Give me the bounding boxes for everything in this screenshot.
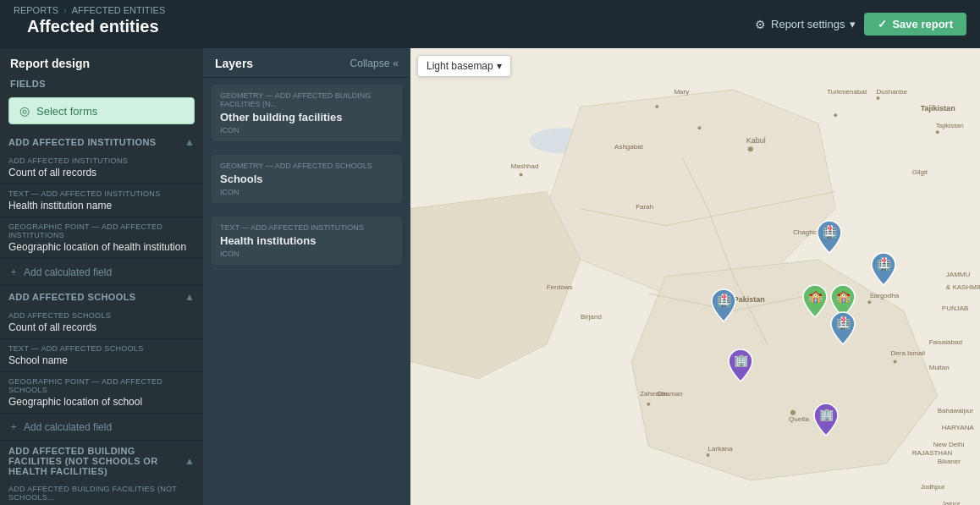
report-settings-button[interactable]: ⚙ Report settings ▾ <box>755 18 856 31</box>
svg-point-6 <box>655 105 658 108</box>
svg-text:Jaipur: Jaipur <box>942 500 961 505</box>
layer-other-building[interactable]: GEOMETRY — ADD AFFECTED BUILDING FACILIT… <box>212 85 402 141</box>
svg-text:Faisalabad: Faisalabad <box>929 338 962 346</box>
field-schools-count[interactable]: ADD AFFECTED SCHOOLS Count of all record… <box>0 306 203 339</box>
field-building-count[interactable]: ADD AFFECTED BUILDING FACILITIES (NOT SC… <box>0 480 203 505</box>
field-type: ADD AFFECTED BUILDING FACILITIES (NOT SC… <box>8 485 195 502</box>
left-panel: Report design Fields ◎ Select forms Add … <box>0 48 203 505</box>
forms-icon: ◎ <box>19 104 30 118</box>
check-icon: ✓ <box>878 18 887 30</box>
middle-panel: Layers Collapse « GEOMETRY — ADD AFFECTE… <box>203 48 410 505</box>
layer-name: Health institutions <box>220 234 394 247</box>
fields-label: Fields <box>0 75 203 94</box>
layer-type: ICON <box>220 126 394 134</box>
field-name: Count of all records <box>8 321 195 333</box>
svg-point-4 <box>520 173 523 176</box>
topbar-right: ⚙ Report settings ▾ ✓ Save report <box>755 13 966 36</box>
svg-text:PUNJAB: PUNJAB <box>942 305 969 312</box>
field-schools-location[interactable]: GEOGRAPHIC POINT — ADD AFFECTED SCHOOLS … <box>0 372 203 414</box>
layer-name: Schools <box>220 173 394 185</box>
svg-point-8 <box>876 96 879 100</box>
report-settings-label: Report settings <box>771 18 845 30</box>
layer-geo: GEOMETRY — ADD AFFECTED SCHOOLS <box>220 162 394 170</box>
field-name: Geographic location of health institutio… <box>8 241 195 253</box>
collapse-label: Collapse <box>350 58 390 69</box>
svg-text:Chaman: Chaman <box>657 390 682 398</box>
svg-text:Tajikistan: Tajikistan <box>921 104 955 113</box>
plus-icon: ＋ <box>8 420 19 434</box>
collapse-button[interactable]: Collapse « <box>350 58 399 69</box>
save-report-label: Save report <box>892 18 953 30</box>
add-calc-field-institutions[interactable]: ＋ Add calculated field <box>0 259 203 286</box>
layer-schools[interactable]: GEOMETRY — ADD AFFECTED SCHOOLS Schools … <box>212 155 402 203</box>
chevron-down-icon: ▾ <box>497 60 502 72</box>
basemap-label: Light basemap <box>427 60 493 72</box>
section-building-label: Add affected building facilities (not sc… <box>8 446 184 476</box>
svg-text:Bikaner: Bikaner <box>938 458 961 465</box>
basemap-button[interactable]: Light basemap ▾ <box>417 55 511 77</box>
svg-text:Jodhpur: Jodhpur <box>921 483 945 491</box>
svg-text:Ashgabat: Ashgabat <box>614 143 644 151</box>
field-name: School name <box>8 354 195 366</box>
svg-point-7 <box>834 113 837 117</box>
field-institutions-count[interactable]: ADD AFFECTED INSTITUTIONS Count of all r… <box>0 151 203 184</box>
map-area[interactable]: Light basemap ▾ <box>410 48 980 505</box>
breadcrumb-affected-entities[interactable]: AFFECTED ENTITIES <box>72 5 166 15</box>
gear-icon: ⚙ <box>755 18 766 31</box>
field-institutions-location[interactable]: GEOGRAPHIC POINT — ADD AFFECTED INSTITUT… <box>0 217 203 259</box>
save-report-button[interactable]: ✓ Save report <box>864 13 966 36</box>
svg-text:Birjand: Birjand <box>581 313 602 321</box>
layers-label: Layers <box>215 57 253 70</box>
svg-text:& KASHMIR: & KASHMIR <box>946 283 980 291</box>
field-schools-name[interactable]: TEXT — ADD AFFECTED SCHOOLS School name <box>0 339 203 372</box>
svg-text:RAJASTHAN: RAJASTHAN <box>912 449 953 457</box>
svg-text:JAMMU: JAMMU <box>946 271 971 278</box>
add-calc-field-schools[interactable]: ＋ Add calculated field <box>0 414 203 441</box>
breadcrumb-sep: › <box>63 5 67 15</box>
layer-health-institutions[interactable]: TEXT — ADD AFFECTED INSTITUTIONS Health … <box>212 217 402 265</box>
svg-text:Kabul: Kabul <box>746 136 766 145</box>
field-name: Count of all records <box>8 167 195 178</box>
breadcrumb: REPORTS › AFFECTED ENTITIES <box>14 5 755 15</box>
svg-text:Quetta: Quetta <box>789 415 810 423</box>
svg-text:Sargodha: Sargodha <box>869 292 899 299</box>
chevron-up-icon: ▲ <box>184 291 195 303</box>
svg-text:New Delhi: New Delhi <box>933 441 965 448</box>
svg-text:Gilgit: Gilgit <box>912 168 928 176</box>
chevron-up-icon: ▲ <box>184 136 195 148</box>
layer-geo: TEXT — ADD AFFECTED INSTITUTIONS <box>220 223 394 232</box>
add-calc-field-label: Add calculated field <box>24 266 112 278</box>
collapse-icon: « <box>393 58 399 69</box>
section-institutions-label: Add affected institutions <box>8 137 157 147</box>
select-forms-button[interactable]: ◎ Select forms <box>8 97 195 124</box>
field-institutions-name[interactable]: TEXT — ADD AFFECTED INSTITUTIONS Health … <box>0 184 203 217</box>
field-type: GEOGRAPHIC POINT — ADD AFFECTED INSTITUT… <box>8 222 195 239</box>
select-forms-label: Select forms <box>36 105 97 118</box>
svg-text:Mashhad: Mashhad <box>511 162 539 170</box>
section-building-header[interactable]: Add affected building facilities (not sc… <box>0 441 203 480</box>
svg-text:Tajikistan: Tajikistan <box>936 122 964 129</box>
svg-point-12 <box>707 453 710 457</box>
field-name: Geographic location of school <box>8 396 195 408</box>
svg-point-5 <box>698 126 702 129</box>
map-background: Kabul Mashhad Dushanbe Tajikistan Tajiki… <box>410 48 980 505</box>
svg-text:Turkmenabat: Turkmenabat <box>827 88 867 96</box>
svg-point-9 <box>936 130 939 134</box>
layers-header: Layers Collapse « <box>203 48 410 78</box>
map-toolbar: Light basemap ▾ <box>417 55 511 77</box>
breadcrumb-reports[interactable]: REPORTS <box>14 5 58 15</box>
field-type: TEXT — ADD AFFECTED SCHOOLS <box>8 344 195 353</box>
section-schools-header[interactable]: Add affected schools ▲ <box>0 286 203 306</box>
layer-name: Other building facilities <box>220 111 394 124</box>
section-institutions-header[interactable]: Add affected institutions ▲ <box>0 131 203 151</box>
svg-text:Dera Ismail: Dera Ismail <box>891 349 926 357</box>
plus-icon: ＋ <box>8 265 19 279</box>
svg-text:Pakistan: Pakistan <box>734 295 765 304</box>
layer-geo: GEOMETRY — ADD AFFECTED BUILDING FACILIT… <box>220 91 394 108</box>
svg-text:Bahawalpur: Bahawalpur <box>938 407 974 414</box>
svg-text:Farah: Farah <box>636 203 653 211</box>
page-title: Affected entities <box>14 15 755 43</box>
svg-text:Ferdows: Ferdows <box>547 283 573 291</box>
field-type: ADD AFFECTED INSTITUTIONS <box>8 156 195 165</box>
svg-text:Chaghcharan: Chaghcharan <box>793 228 834 236</box>
